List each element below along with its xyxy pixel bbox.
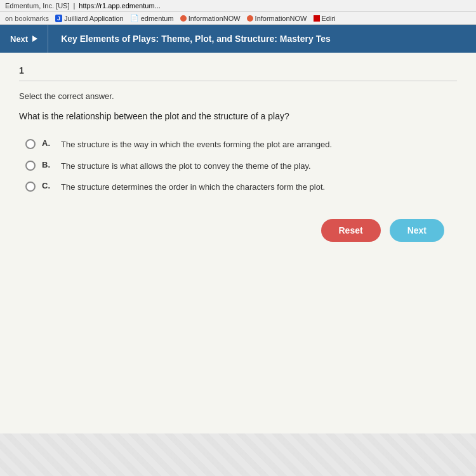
radio-button-b[interactable] bbox=[25, 161, 36, 171]
bookmark-juilliard[interactable]: J Juilliard Application bbox=[55, 15, 124, 22]
page-title: Key Elements of Plays: Theme, Plot, and … bbox=[48, 34, 476, 44]
doc-icon: 📄 bbox=[130, 14, 139, 22]
action-buttons: Reset Next bbox=[19, 219, 457, 242]
chevron-right-icon bbox=[32, 36, 37, 42]
answer-option-b[interactable]: B. The structure is what allows the plot… bbox=[25, 160, 457, 173]
bookmarks-label: on bookmarks bbox=[5, 15, 49, 22]
answer-options: A. The structure is the way in which the… bbox=[25, 138, 457, 194]
nav-next-button[interactable]: Next bbox=[0, 25, 48, 53]
bookmark-ediri-label: Ediri bbox=[322, 15, 336, 22]
browser-bar: Edmentum, Inc. [US] | https://r1.app.edm… bbox=[0, 0, 476, 12]
answer-option-a[interactable]: A. The structure is the way in which the… bbox=[25, 138, 457, 151]
square-icon bbox=[314, 15, 320, 22]
answer-label-a: A. bbox=[42, 138, 55, 148]
bookmark-edmentum-label: edmentum bbox=[141, 15, 174, 22]
circle-icon-1 bbox=[180, 15, 187, 22]
main-content: 1 Select the correct answer. What is the… bbox=[0, 53, 476, 433]
bookmark-edmentum[interactable]: 📄 edmentum bbox=[130, 14, 174, 22]
answer-label-b: B. bbox=[42, 160, 55, 169]
answer-text-c: The structure determines the order in wh… bbox=[61, 181, 325, 194]
question-text: What is the relationship between the plo… bbox=[19, 110, 457, 123]
bookmarks-bar: on bookmarks J Juilliard Application 📄 e… bbox=[0, 12, 476, 25]
bookmark-juilliard-label: Juilliard Application bbox=[64, 15, 124, 22]
separator: | bbox=[73, 2, 75, 10]
bookmark-informationnow2-label: InformationNOW bbox=[255, 15, 307, 22]
nav-next-label: Next bbox=[10, 34, 28, 44]
answer-label-c: C. bbox=[42, 181, 55, 190]
answer-text-a: The structure is the way in which the ev… bbox=[61, 138, 332, 151]
instruction-text: Select the correct answer. bbox=[19, 91, 457, 101]
next-button[interactable]: Next bbox=[390, 219, 444, 242]
site-name: Edmentum, Inc. [US] bbox=[5, 2, 69, 10]
answer-text-b: The structure is what allows the plot to… bbox=[61, 160, 311, 173]
url-bar[interactable]: https://r1.app.edmentum... bbox=[79, 2, 160, 10]
question-number: 1 bbox=[19, 65, 457, 81]
answer-option-c[interactable]: C. The structure determines the order in… bbox=[25, 181, 457, 194]
app-header: Next Key Elements of Plays: Theme, Plot,… bbox=[0, 25, 476, 53]
reset-button[interactable]: Reset bbox=[321, 219, 381, 242]
radio-button-a[interactable] bbox=[25, 139, 36, 149]
bookmark-informationnow1[interactable]: InformationNOW bbox=[180, 15, 241, 22]
j-icon: J bbox=[55, 15, 62, 22]
radio-button-c[interactable] bbox=[25, 182, 36, 192]
bookmark-ediri[interactable]: Ediri bbox=[314, 15, 336, 22]
bookmark-informationnow1-label: InformationNOW bbox=[188, 15, 241, 22]
circle-icon-2 bbox=[247, 15, 253, 22]
bookmark-informationnow2[interactable]: InformationNOW bbox=[247, 15, 307, 22]
